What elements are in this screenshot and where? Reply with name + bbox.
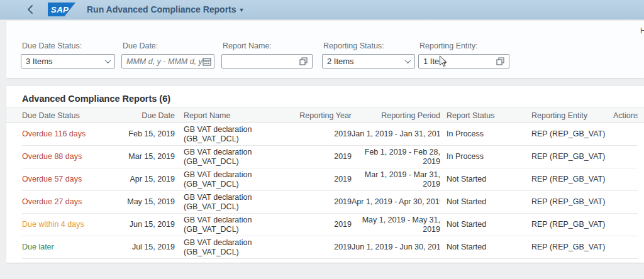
cell-due-date: Jun 15, 2019 — [126, 220, 175, 229]
app-title-text: Run Advanced Compliance Reports — [87, 4, 236, 14]
back-chevron-icon — [27, 4, 33, 14]
cell-report-name: GB VAT declaration(GB_VAT_DCL) — [175, 170, 289, 189]
title-dropdown-caret-icon[interactable]: ▾ — [240, 6, 243, 13]
table-row[interactable]: Due within 4 daysJun 15, 2019GB VAT decl… — [22, 214, 638, 236]
cell-due-date-status: Overdue 57 days — [22, 175, 126, 184]
column-header-reporting-year[interactable]: Reporting Year — [289, 111, 352, 120]
table-body: Overdue 116 daysFeb 15, 2019GB VAT decla… — [6, 123, 644, 259]
cell-reporting-entity: REP (REP_GB_VAT) — [527, 220, 613, 229]
column-header-report-name[interactable]: Report Name — [175, 111, 289, 120]
cell-report-name: GB VAT declaration(GB_VAT_DCL) — [175, 125, 289, 144]
cell-due-date: Apr 15, 2019 — [126, 175, 175, 184]
cell-report-name: GB VAT declaration(GB_VAT_DCL) — [175, 238, 289, 257]
filter-due-date-status-label: Due Date Status: — [21, 41, 115, 50]
filter-report-name-label: Report Name: — [221, 41, 313, 50]
column-header-reporting-entity[interactable]: Reporting Entity — [527, 111, 613, 120]
cell-report-status: Not Started — [440, 197, 527, 207]
cell-reporting-entity: REP (REP_GB_VAT) — [527, 152, 613, 161]
table-row[interactable]: Overdue 88 daysMar 15, 2019GB VAT declar… — [22, 146, 638, 168]
cell-reporting-entity: REP (REP_GB_VAT) — [527, 197, 613, 207]
app-title[interactable]: Run Advanced Compliance Reports ▾ — [87, 4, 243, 14]
cell-report-status: Not Started — [440, 220, 527, 229]
table-row[interactable]: Overdue 57 daysApr 15, 2019GB VAT declar… — [22, 168, 638, 191]
column-header-reporting-period[interactable]: Reporting Period — [352, 111, 440, 120]
table-header: Due Date StatusDue DateReport NameReport… — [6, 107, 644, 123]
cell-reporting-year: 2019 — [289, 175, 352, 184]
column-header-report-status[interactable]: Report Status — [440, 111, 527, 120]
cell-due-date-status: Overdue 116 days — [22, 129, 126, 139]
cell-reporting-entity: REP (REP_GB_VAT) — [527, 243, 613, 252]
shell-header: SAP Run Advanced Compliance Reports ▾ — [0, 0, 644, 19]
cell-due-date-status: Overdue 88 days — [22, 152, 126, 161]
reports-table-card: Advanced Compliance Reports (6) Due Date… — [6, 86, 644, 263]
cell-reporting-period: May 1, 2019 - May 31,2019 — [352, 216, 440, 234]
table-row[interactable]: Due laterJul 15, 2019GB VAT declaration(… — [22, 236, 638, 259]
table-title: Advanced Compliance Reports (6) — [22, 94, 170, 104]
cell-due-date-status: Overdue 27 days — [22, 197, 126, 207]
chevron-down-icon[interactable] — [105, 57, 111, 63]
cell-report-status: In Process — [440, 152, 527, 161]
cell-reporting-year: 2019 — [289, 152, 352, 161]
table-row[interactable]: Overdue 27 daysMay 15, 2019GB VAT declar… — [22, 191, 638, 214]
sap-logo-text: SAP — [51, 5, 69, 14]
cell-reporting-year: 2019 — [289, 243, 352, 252]
cell-reporting-period: Apr 1, 2019 - Apr 30, 2019 — [352, 197, 440, 207]
cell-due-date-status: Due within 4 days — [22, 220, 126, 229]
cell-report-status: Not Started — [440, 175, 527, 184]
cell-due-date: Feb 15, 2019 — [126, 129, 175, 139]
filter-due-date: Due Date: MMM d, y - MMM d, y — [121, 41, 214, 68]
cell-due-date: Jul 15, 2019 — [126, 243, 175, 252]
filter-due-date-label: Due Date: — [121, 41, 214, 50]
column-header-actions[interactable]: Actions — [613, 111, 638, 120]
cell-report-name: GB VAT declaration(GB_VAT_DCL) — [175, 193, 289, 212]
back-button[interactable] — [25, 4, 35, 14]
cell-reporting-period: Feb 1, 2019 - Feb 28,2019 — [352, 148, 440, 167]
cell-report-name: GB VAT declaration(GB_VAT_DCL) — [175, 148, 289, 167]
cell-reporting-year: 2019 — [289, 197, 352, 207]
reporting-status-select[interactable]: 2 Items — [322, 54, 415, 68]
table-header-row: Due Date StatusDue DateReport NameReport… — [22, 108, 638, 123]
cell-due-date-status: Due later — [22, 243, 126, 252]
cell-reporting-period: Jun 1, 2019 - Jun 30, 2019 — [352, 243, 440, 252]
reporting-status-value: 2 Items — [327, 57, 354, 66]
value-help-icon[interactable] — [496, 57, 504, 65]
cell-report-status: Not Started — [440, 243, 527, 252]
table-row[interactable]: Overdue 116 daysFeb 15, 2019GB VAT decla… — [22, 123, 638, 146]
hide-filter-bar-link-clipped[interactable]: H — [640, 26, 644, 35]
cell-reporting-entity: REP (REP_GB_VAT) — [527, 175, 613, 184]
cell-reporting-year: 2019 — [289, 220, 352, 229]
filter-reporting-entity-label: Reporting Entity: — [418, 41, 509, 50]
due-date-placeholder: MMM d, y - MMM d, y — [126, 57, 203, 66]
cell-reporting-period: Jan 1, 2019 - Jan 31, 2019 — [352, 129, 440, 139]
filter-reporting-status: Reporting Status: 2 Items — [322, 41, 415, 68]
cell-report-name: GB VAT declaration(GB_VAT_DCL) — [175, 216, 289, 234]
reporting-entity-value: 1 Item — [423, 57, 446, 66]
column-header-due-date-status[interactable]: Due Date Status — [22, 111, 126, 120]
cell-reporting-entity: REP (REP_GB_VAT) — [527, 129, 613, 139]
filter-due-date-status: Due Date Status: 3 Items — [21, 41, 115, 68]
chevron-down-icon[interactable] — [405, 57, 411, 63]
filter-reporting-entity: Reporting Entity: 1 Item — [418, 41, 509, 68]
cell-report-status: In Process — [440, 129, 527, 139]
cell-due-date: May 15, 2019 — [126, 197, 175, 207]
due-date-status-value: 3 Items — [26, 57, 53, 66]
value-help-icon[interactable] — [299, 57, 308, 65]
filter-report-name: Report Name: — [221, 41, 313, 68]
calendar-icon[interactable] — [203, 57, 211, 66]
cell-reporting-year: 2019 — [289, 129, 352, 139]
cell-due-date: Mar 15, 2019 — [126, 152, 175, 161]
sap-logo: SAP — [48, 3, 75, 16]
reporting-entity-input[interactable]: 1 Item — [418, 54, 509, 68]
filter-bar: Due Date Status: 3 Items Due Date: MMM d… — [6, 21, 644, 78]
due-date-input[interactable]: MMM d, y - MMM d, y — [121, 54, 214, 68]
cell-reporting-period: Mar 1, 2019 - Mar 31,2019 — [352, 170, 440, 189]
report-name-input[interactable] — [221, 54, 313, 68]
column-header-due-date[interactable]: Due Date — [126, 111, 175, 120]
filter-reporting-status-label: Reporting Status: — [322, 41, 415, 50]
due-date-status-select[interactable]: 3 Items — [21, 54, 115, 68]
